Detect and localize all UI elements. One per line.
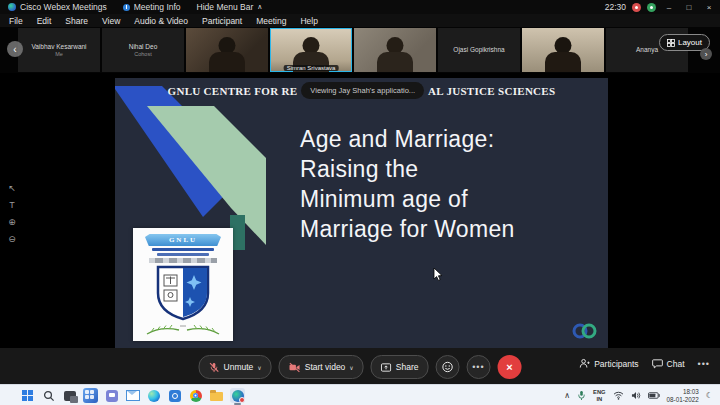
participant-name: Nihal Deo — [129, 43, 158, 50]
chat-button[interactable]: Chat — [652, 358, 685, 369]
maximize-button[interactable]: □ — [682, 3, 696, 12]
leave-meeting-button[interactable]: × — [497, 355, 521, 379]
share-button[interactable]: Share — [371, 355, 429, 379]
menu-edit[interactable]: Edit — [30, 16, 59, 26]
chevron-right-icon: › — [705, 50, 708, 59]
gnlu-logo: GNLU — [133, 228, 233, 341]
tray-chevron-up-icon[interactable]: ∧ — [564, 391, 570, 400]
menu-help[interactable]: Help — [293, 16, 324, 26]
previous-participants-button[interactable]: ‹ — [7, 41, 23, 57]
battery-icon[interactable] — [648, 392, 660, 399]
zoom-in-icon[interactable]: ⊕ — [6, 217, 18, 227]
logo-shield — [156, 265, 210, 321]
logo-banner-ribbon: GNLU — [145, 234, 221, 246]
chrome-icon — [190, 390, 202, 402]
participants-button[interactable]: Participants — [579, 358, 638, 369]
task-view-icon — [64, 391, 76, 401]
shared-content-stage: ↖ T ⊕ ⊖ GNLU CENTRE FOR RE Viewing Jay S… — [0, 73, 720, 348]
meeting-info-button[interactable]: Meeting Info — [123, 2, 181, 12]
mic-in-use-icon[interactable] — [577, 390, 586, 401]
layout-grid-icon — [667, 39, 675, 47]
chrome-button[interactable] — [188, 388, 203, 403]
language-indicator[interactable]: ENG IN — [593, 389, 606, 401]
menu-view[interactable]: View — [95, 16, 127, 26]
mouse-cursor — [433, 268, 443, 281]
viewer-toolbar: ↖ T ⊕ ⊖ — [6, 183, 18, 244]
close-button[interactable]: × — [702, 3, 716, 12]
webex-icon — [232, 390, 244, 402]
mail-button[interactable] — [125, 388, 140, 403]
participant-name: Ananya — [636, 46, 658, 53]
task-view-button[interactable] — [62, 388, 77, 403]
system-tray: ∧ ENG IN — [564, 388, 720, 402]
teams-chat-icon — [106, 390, 118, 402]
next-participants-button[interactable]: › — [700, 48, 712, 60]
mail-icon — [126, 390, 140, 401]
meeting-info-icon — [123, 4, 130, 11]
chevron-down-icon[interactable]: ∨ — [349, 364, 353, 371]
share-screen-icon — [381, 362, 392, 373]
widgets-button[interactable] — [83, 388, 98, 403]
participant-name: Ojasi Gopikrishna — [453, 46, 504, 53]
photos-button[interactable] — [167, 388, 182, 403]
participant-tile[interactable]: Ojasi Gopikrishna — [438, 28, 520, 72]
menu-file[interactable]: File — [2, 16, 30, 26]
volume-icon[interactable] — [631, 391, 641, 400]
widgets-icon — [83, 388, 98, 403]
webex-logo-icon — [8, 3, 16, 11]
teams-chat-button[interactable] — [104, 388, 119, 403]
participant-tile[interactable]: Nihal Deo Cohost — [102, 28, 184, 72]
recording-indicator-icon[interactable] — [632, 3, 641, 12]
participant-strip: ‹ Vaibhav Kesarwani Me Nihal Deo Cohost … — [0, 27, 720, 73]
viewing-toast: Viewing Jay Shah's applicatio... — [301, 82, 424, 99]
file-explorer-button[interactable] — [209, 388, 224, 403]
logo-laurel — [141, 322, 225, 336]
mic-muted-icon — [209, 362, 220, 373]
chevron-down-icon[interactable]: ∨ — [257, 364, 261, 371]
participant-video-tile[interactable] — [522, 28, 604, 72]
chevron-up-icon: ∧ — [257, 3, 262, 11]
pointer-tool-icon[interactable]: ↖ — [6, 183, 18, 193]
start-button[interactable] — [20, 388, 35, 403]
menu-meeting[interactable]: Meeting — [249, 16, 293, 26]
unmute-button[interactable]: Unmute ∨ — [199, 355, 272, 379]
focus-assist-moon-icon[interactable]: ☾ — [706, 391, 713, 400]
windows-taskbar: ∧ ENG IN — [0, 384, 720, 405]
camera-off-icon — [289, 362, 301, 373]
windows-logo-icon — [22, 390, 33, 401]
more-options-button[interactable]: ••• — [466, 355, 490, 379]
slide-header: GNLU CENTRE FOR RE Viewing Jay Shah's ap… — [115, 82, 608, 99]
reactions-button[interactable] — [435, 355, 459, 379]
title-bar: Cisco Webex Meetings Meeting Info Hide M… — [0, 0, 720, 14]
more-dots-icon: ••• — [472, 362, 484, 372]
menu-participant[interactable]: Participant — [195, 16, 249, 26]
minimize-button[interactable]: – — [662, 3, 676, 12]
participant-tile[interactable]: Vaibhav Kesarwani Me — [18, 28, 100, 72]
participant-name-badge: Simran Srivastava — [284, 65, 339, 71]
participant-video-tile[interactable] — [186, 28, 268, 72]
tray-clock[interactable]: 18:03 08-01-2022 — [667, 388, 699, 402]
hide-menu-bar-button[interactable]: Hide Menu Bar ∧ — [197, 2, 263, 12]
slide-header-left: GNLU CENTRE FOR RE — [168, 85, 298, 97]
webex-taskbar-button[interactable] — [230, 388, 245, 403]
participants-icon — [579, 358, 590, 369]
start-video-button[interactable]: Start video ∨ — [279, 355, 364, 379]
menu-audio-video[interactable]: Audio & Video — [127, 16, 195, 26]
participant-video-tile[interactable] — [354, 28, 436, 72]
participant-role: Cohost — [134, 51, 151, 57]
webex-watermark-icon — [572, 322, 598, 340]
presentation-slide: GNLU CENTRE FOR RE Viewing Jay Shah's ap… — [115, 78, 608, 348]
connection-indicator-icon[interactable] — [647, 3, 656, 12]
menu-share[interactable]: Share — [58, 16, 95, 26]
edge-button[interactable] — [146, 388, 161, 403]
search-button[interactable] — [41, 388, 56, 403]
logo-band — [149, 258, 217, 263]
panel-more-button[interactable]: ••• — [698, 359, 710, 369]
active-speaker-tile[interactable]: Simran Srivastava — [270, 28, 352, 72]
text-tool-icon[interactable]: T — [6, 200, 18, 210]
close-x-icon: × — [506, 361, 512, 373]
wifi-icon[interactable] — [613, 391, 624, 400]
clock: 22:30 — [605, 2, 626, 12]
zoom-out-icon[interactable]: ⊖ — [6, 234, 18, 244]
logo-text-line — [157, 253, 209, 256]
